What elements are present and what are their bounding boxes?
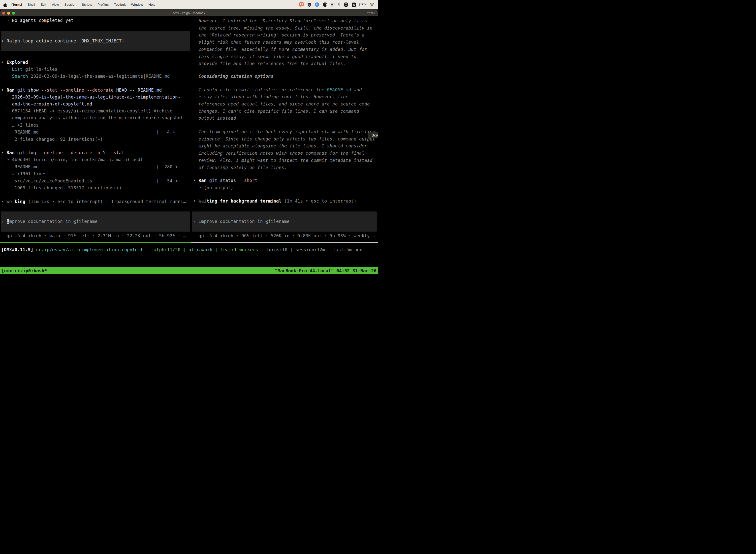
- reasoning-paragraph-line: The team guideline is to back every impo…: [193, 128, 375, 135]
- blue-pulse-icon[interactable]: [315, 2, 319, 7]
- menu-status-icons: § ..61 A: [299, 2, 375, 7]
- right-pane-bottom-border: [191, 242, 378, 243]
- menu-item-iterm2[interactable]: iTerm2: [9, 3, 25, 6]
- traffic-lights: [2, 12, 15, 15]
- tmux-host-clock-label: "MacBook-Pro-44.local" 04:52 31-Mar-26: [275, 268, 377, 273]
- waiting-status-line: • Waiting for background terminal (1m 41…: [193, 198, 357, 205]
- squiggle-icon[interactable]: §: [338, 2, 340, 7]
- agents-status-line: └ No agents completed yet: [1, 17, 73, 24]
- menu-item-shell[interactable]: Shell: [25, 3, 38, 6]
- reasoning-paragraph-line: the "Related research writing" section i…: [193, 32, 364, 39]
- reasoning-paragraph-line: slight risk that future readers may over…: [193, 39, 359, 46]
- close-window-button[interactable]: [2, 12, 5, 15]
- prompt-input-line-left[interactable]: › Improve documentation in @filename: [1, 218, 98, 225]
- git-log-stat-readme: README.md | 280 +: [1, 163, 178, 170]
- reasoning-paragraph-line: evidence. Since this change only affects…: [193, 135, 375, 143]
- reasoning-paragraph-line: including verification notes with those …: [193, 150, 364, 157]
- model-status-line-left: gpt-5.4 xhigh · main · 91% left · 2.31M …: [1, 232, 186, 239]
- git-log-output-line: └ 4b9d30f (origin/main, instructkr/main,…: [1, 156, 143, 163]
- chat-app-icon[interactable]: [299, 2, 304, 7]
- git-show-stat-readme: README.md | 4 +: [1, 128, 175, 136]
- shield-grid-icon[interactable]: [307, 2, 312, 7]
- window-title: omx --xhigh --madmax: [0, 11, 378, 15]
- reasoning-paragraph-line: the source tree, missing the essay. Stil…: [193, 24, 373, 32]
- wifi-icon[interactable]: [369, 3, 375, 7]
- menu-items: iTerm2 Shell Edit View Session Scripts P…: [9, 3, 158, 6]
- terminal-content: └ No agents completed yet › Ralph loop a…: [0, 16, 378, 277]
- explored-list-line: └ List git ls-files: [1, 66, 58, 73]
- meter-61-icon[interactable]: ..61: [343, 2, 349, 7]
- model-status-line-right: gpt-5.4 xhigh · 96% left · 520K in · 5.8…: [193, 232, 375, 239]
- menu-item-toolbelt[interactable]: Toolbelt: [111, 3, 128, 6]
- git-show-output-line-2: companion analysis without altering the …: [1, 114, 183, 122]
- git-show-arg-line-2: and-the-erosion-of-copyleft.md: [1, 101, 92, 108]
- reasoning-paragraph-line: of focusing solely on file lines.: [193, 164, 287, 171]
- window-title-bar: omx --xhigh --madmax ⌥⌘1: [0, 10, 378, 16]
- git-log-stat-voice: src/voice/voiceModeEnabled.ts | 54 +: [1, 177, 178, 185]
- reasoning-paragraph-line: essay file, along with finding root file…: [193, 93, 349, 101]
- reasoning-paragraph-line: provide file and line references from th…: [193, 60, 346, 67]
- menu-item-edit[interactable]: Edit: [38, 3, 49, 6]
- explored-search-line: Search 2026-03-09-is-legal-the-same-as-l…: [1, 73, 170, 80]
- dots-grid-icon[interactable]: [331, 2, 335, 7]
- macos-menu-bar: iTerm2 Shell Edit View Session Scripts P…: [0, 0, 378, 9]
- keyboard-a-icon[interactable]: A: [352, 2, 356, 7]
- menu-item-session[interactable]: Session: [62, 3, 79, 6]
- reasoning-paragraph-line: references need actual files, and since …: [193, 101, 370, 108]
- reasoning-paragraph-line: companion file, especially if more comme…: [193, 46, 367, 53]
- menu-item-scripts[interactable]: Scripts: [79, 3, 95, 6]
- reasoning-paragraph-line: review. Also, I might want to inspect th…: [193, 157, 373, 164]
- battery-icon[interactable]: [359, 3, 366, 6]
- pane-separator[interactable]: [191, 16, 191, 243]
- git-show-output-ellipsis: … +2 lines: [1, 122, 39, 129]
- screen-share-pill[interactable]: Scre: [368, 132, 378, 138]
- menu-item-profiles[interactable]: Profiles: [95, 3, 111, 6]
- working-status-line: • Working (11m 13s • esc to interrupt) ·…: [1, 198, 186, 205]
- explored-header-line: • Explored: [1, 59, 28, 66]
- tmux-status-bar: [omx-cczip0:bash* "MacBook-Pro-44.local"…: [0, 267, 378, 274]
- screen-share-pill-label: Scre: [372, 133, 378, 137]
- git-show-stat-summary: 2 files changed, 92 insertions(+): [1, 136, 103, 143]
- ran-git-status-line: • Ran git status --short: [193, 177, 257, 184]
- left-pane-bottom-border: [0, 242, 191, 243]
- git-status-no-output-line: └ (no output): [193, 184, 233, 191]
- reasoning-paragraph-line: this single essay, it seems like a good …: [193, 53, 357, 60]
- injected-message-line: › Ralph loop active continue [OMX_TMUX_I…: [1, 38, 124, 45]
- menu-item-help[interactable]: Help: [145, 3, 158, 6]
- apple-menu-icon[interactable]: [3, 2, 7, 7]
- reasoning-paragraph-line: However, I noticed the "Directory Struct…: [193, 17, 367, 24]
- git-show-output-line-1: └ 067f154 (HEAD -> essay/ai-reimplementa…: [1, 107, 172, 115]
- minimize-window-button[interactable]: [7, 12, 10, 15]
- menu-item-window[interactable]: Window: [128, 3, 145, 6]
- reasoning-paragraph-line: changes, I can't cite specific file line…: [193, 108, 359, 115]
- ran-git-log-line: • Ran git log --oneline --decorate -n 5 …: [1, 149, 124, 156]
- moon-icon[interactable]: [323, 2, 327, 7]
- prompt-input-line-right[interactable]: › Improve documentation in @filename: [193, 218, 290, 225]
- ran-git-show-line: • Ran git show --stat --oneline --decora…: [1, 87, 162, 94]
- menu-item-view[interactable]: View: [49, 3, 62, 6]
- svg-text:..61: ..61: [344, 4, 348, 6]
- git-log-output-ellipsis: … +1901 lines: [1, 170, 47, 177]
- window-shortcut-badge: ⌥⌘1: [367, 11, 376, 15]
- reasoning-heading: Considering citation options: [193, 73, 273, 80]
- git-show-arg-line-1: 2026-03-09-is-legal-the-same-as-legitima…: [1, 94, 181, 101]
- reasoning-paragraph-line: might be acceptable alongside the file l…: [193, 143, 367, 150]
- git-log-stat-summary: 1903 files changed, 513517 insertions(+): [1, 184, 122, 191]
- zoom-window-button[interactable]: [12, 12, 15, 15]
- reasoning-paragraph-line: output instead.: [193, 115, 239, 122]
- svg-text:A: A: [353, 3, 355, 6]
- tmux-session-label: [omx-cczip0:bash*: [1, 268, 47, 273]
- omx-status-bar: [OMX#0.11.9] cczip/essay/ai-reimplementa…: [1, 246, 362, 254]
- reasoning-paragraph-line: I could cite commit statistics or refere…: [193, 87, 362, 94]
